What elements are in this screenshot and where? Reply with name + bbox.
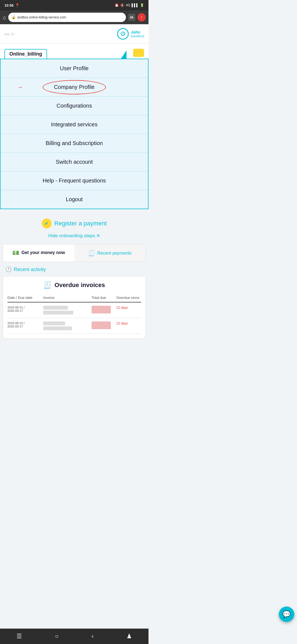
menu-label-user-profile: User Profile bbox=[60, 65, 89, 71]
invoices-section: 🧾 Overdue invoices Date / Due date Invoi… bbox=[3, 277, 146, 339]
home-icon[interactable]: ⌂ bbox=[3, 14, 6, 21]
browser-bar: ⌂ 🔒 andbox.online-billing-service.com 66… bbox=[0, 10, 148, 24]
register-payment-label: Register a payment bbox=[54, 220, 107, 227]
register-payment-section[interactable]: ✔ Register a payment bbox=[0, 214, 148, 231]
triangle-indicator bbox=[121, 50, 127, 59]
menu-item-billing-subscription[interactable]: Billing and Subscription bbox=[1, 134, 148, 153]
menu-item-help[interactable]: Help - Frequent questions bbox=[1, 171, 148, 190]
logo-text: app_by bbox=[4, 32, 14, 36]
tab-count[interactable]: 66 bbox=[128, 14, 135, 21]
tab-recent-payments[interactable]: 🧾 Recent payments bbox=[74, 244, 145, 262]
alarm-icon: ⏰ bbox=[115, 3, 119, 7]
tabs-container: 💵 Get your money now 🧾 Recent payments bbox=[3, 244, 146, 262]
tab-recent-payments-label: Recent payments bbox=[97, 251, 132, 256]
money-icon: 💵 bbox=[12, 249, 19, 256]
col-overdue: Overdue since bbox=[116, 296, 141, 300]
mute-icon: 🔇 bbox=[120, 3, 124, 7]
hide-onboarding[interactable]: Hide onboarding steps ✕ bbox=[0, 231, 148, 244]
status-time: 10:56 📍 bbox=[4, 3, 20, 7]
title-area: Online_billing bbox=[0, 43, 148, 59]
location-icon: 📍 bbox=[15, 3, 20, 7]
menu-label-company-profile: Company Profile bbox=[54, 84, 95, 90]
upload-button[interactable]: ↑ bbox=[138, 13, 146, 21]
row1-date: 2020-08-31 /2020-09-17 bbox=[7, 306, 43, 315]
menu-item-company-profile[interactable]: Company Profile → bbox=[1, 78, 148, 97]
main-content: ✔ Register a payment Hide onboarding ste… bbox=[0, 209, 148, 339]
yellow-button[interactable] bbox=[133, 49, 144, 57]
dropdown-menu: User Profile Company Profile → Configura… bbox=[0, 59, 148, 209]
row1-invoice bbox=[43, 306, 92, 315]
check-icon: ✔ bbox=[42, 219, 52, 228]
battery-icon: 🔋 bbox=[140, 3, 144, 7]
col-total: Total due bbox=[92, 296, 116, 300]
menu-label-switch-account: Switch account bbox=[56, 159, 93, 165]
table-row[interactable]: 2020-08-31 /2020-09-17 22 days bbox=[7, 302, 141, 318]
arrow-icon: → bbox=[17, 84, 23, 91]
row2-date: 2020-08-23 /2020-09-17 bbox=[7, 321, 43, 330]
table-row[interactable]: 2020-08-23 /2020-09-17 22 days bbox=[7, 318, 141, 334]
app-logo: app_by bbox=[4, 32, 14, 36]
row2-total bbox=[92, 321, 116, 330]
row2-invoice bbox=[43, 321, 92, 330]
clock-icon: 🕐 bbox=[6, 266, 12, 272]
menu-item-switch-account[interactable]: Switch account bbox=[1, 153, 148, 171]
app-header: app_by ⏻ John [sandbox] bbox=[0, 24, 148, 43]
status-icons: ⏰ 🔇 4G ▌▌▌ 🔋 bbox=[115, 3, 144, 7]
tab-get-money[interactable]: 💵 Get your money now bbox=[3, 244, 74, 262]
menu-label-integrated-services: Integrated services bbox=[51, 121, 98, 127]
menu-label-billing-subscription: Billing and Subscription bbox=[46, 140, 103, 146]
invoices-title: Overdue invoices bbox=[54, 282, 105, 289]
url-bar[interactable]: 🔒 andbox.online-billing-service.com bbox=[8, 13, 126, 22]
network-icon: 4G bbox=[126, 3, 130, 7]
col-date: Date / Due date bbox=[7, 296, 43, 300]
signal-icon: ▌▌▌ bbox=[131, 3, 139, 7]
menu-label-logout: Logout bbox=[66, 196, 82, 202]
invoice-icon: 🧾 bbox=[43, 281, 52, 289]
app-title-tab[interactable]: Online_billing bbox=[4, 49, 47, 59]
lock-icon: 🔒 bbox=[12, 15, 16, 19]
menu-item-configurations[interactable]: Configurations bbox=[1, 97, 148, 115]
recent-activity-section[interactable]: 🕐 Recent activity bbox=[0, 262, 148, 277]
row1-total bbox=[92, 306, 116, 315]
tab-get-money-label: Get your money now bbox=[21, 250, 65, 255]
user-role: [sandbox] bbox=[131, 34, 144, 38]
menu-label-configurations: Configurations bbox=[57, 103, 92, 109]
col-invoice: Invoice bbox=[43, 296, 92, 300]
user-area[interactable]: ⏻ John [sandbox] bbox=[117, 28, 144, 40]
status-bar: 10:56 📍 ⏰ 🔇 4G ▌▌▌ 🔋 bbox=[0, 0, 148, 10]
table-header: Date / Due date Invoice Total due Overdu… bbox=[7, 293, 141, 302]
recent-activity-label: Recent activity bbox=[14, 267, 46, 272]
payments-icon: 🧾 bbox=[88, 250, 95, 256]
menu-item-logout[interactable]: Logout bbox=[1, 190, 148, 209]
invoices-header: 🧾 Overdue invoices bbox=[7, 281, 141, 289]
menu-item-integrated-services[interactable]: Integrated services bbox=[1, 115, 148, 134]
menu-item-user-profile[interactable]: User Profile bbox=[1, 59, 148, 78]
url-text: andbox.online-billing-service.com bbox=[17, 15, 66, 19]
power-icon[interactable]: ⏻ bbox=[117, 28, 129, 40]
user-info: John [sandbox] bbox=[131, 30, 144, 38]
row1-overdue: 22 days bbox=[116, 306, 141, 315]
user-name: John bbox=[131, 30, 144, 34]
menu-label-help: Help - Frequent questions bbox=[43, 178, 106, 184]
row2-overdue: 22 days bbox=[116, 321, 141, 330]
time-display: 10:56 bbox=[4, 3, 13, 7]
